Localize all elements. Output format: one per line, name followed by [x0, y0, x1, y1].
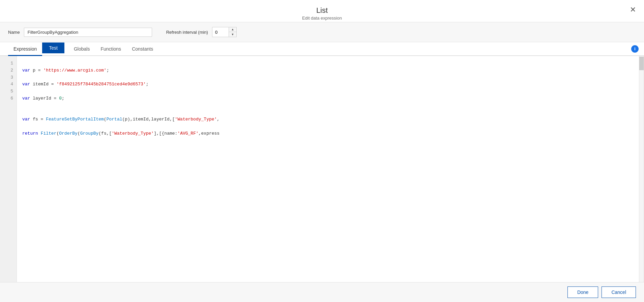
spinner-up-button[interactable]: ▲ — [229, 27, 236, 32]
modal-subtitle: Edit data expression — [0, 16, 644, 21]
scrollbar[interactable] — [639, 56, 644, 282]
line-numbers: 1 2 3 4 5 6 — [0, 56, 17, 282]
editor-area: 1 2 3 4 5 6 var p = 'https://www.arcgis.… — [0, 56, 644, 282]
tabs-left: Expression — [8, 42, 42, 55]
refresh-spinner: ▲ ▼ — [212, 27, 237, 37]
code-line-5: var fs = FeatureSetByPortalItem(Portal(p… — [22, 116, 634, 123]
tabs-row: Expression Test Globals Functions Consta… — [0, 42, 644, 56]
tab-globals[interactable]: Globals — [68, 42, 95, 56]
close-button[interactable]: ✕ — [630, 6, 636, 13]
name-input[interactable] — [24, 28, 152, 37]
refresh-label: Refresh interval (min) — [166, 30, 208, 35]
tab-expression[interactable]: Expression — [8, 42, 42, 56]
modal-title: List — [0, 6, 644, 15]
test-button[interactable]: Test — [42, 43, 64, 53]
spinner-down-button[interactable]: ▼ — [229, 32, 236, 37]
modal-footer: Done Cancel — [0, 282, 644, 302]
spinner-buttons: ▲ ▼ — [229, 27, 236, 37]
code-line-2: var itemId = 'f8492125f78445b284751ced4e… — [22, 81, 634, 88]
modal-header: List Edit data expression ✕ — [0, 0, 644, 22]
code-editor: 1 2 3 4 5 6 var p = 'https://www.arcgis.… — [0, 56, 644, 282]
info-icon[interactable]: i — [631, 45, 639, 53]
refresh-input[interactable] — [212, 27, 229, 37]
cancel-button[interactable]: Cancel — [602, 286, 636, 298]
name-label: Name — [8, 30, 20, 35]
code-line-1: var p = 'https://www.arcgis.com'; — [22, 67, 634, 74]
tab-constants[interactable]: Constants — [126, 42, 158, 56]
code-content[interactable]: var p = 'https://www.arcgis.com'; var it… — [17, 56, 639, 282]
tab-functions[interactable]: Functions — [95, 42, 126, 56]
code-line-3: var layerId = 0; — [22, 95, 634, 102]
code-line-6: return Filter(OrderBy(GroupBy(fs,['Water… — [22, 130, 634, 137]
name-row: Name Refresh interval (min) ▲ ▼ — [0, 22, 644, 42]
modal: List Edit data expression ✕ Name Refresh… — [0, 0, 644, 302]
done-button[interactable]: Done — [567, 286, 598, 298]
scrollbar-thumb — [639, 57, 644, 70]
